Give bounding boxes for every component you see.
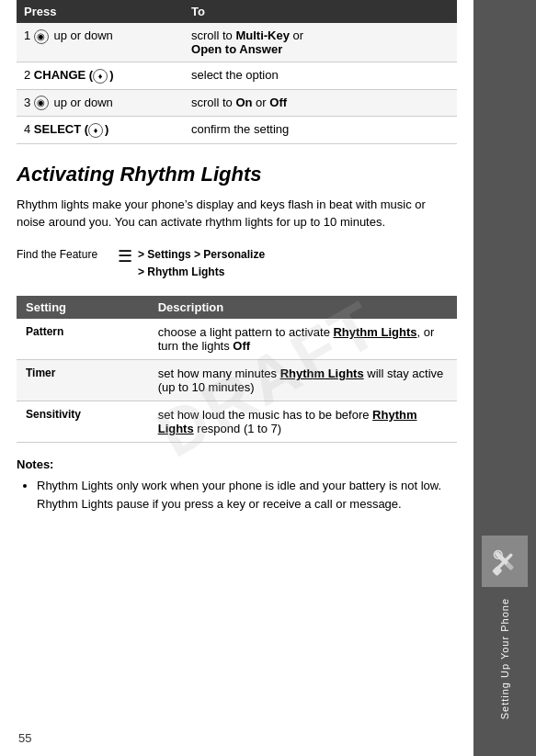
press-table: Press To 1 ◉ up or down scroll to Multi-… bbox=[17, 0, 457, 144]
list-item: Rhythm Lights only work when your phone … bbox=[37, 477, 457, 513]
on-bold: On bbox=[235, 96, 252, 109]
press-cell-1: 1 ◉ up or down bbox=[17, 23, 184, 62]
press-text-1: up or down bbox=[53, 28, 112, 42]
nav-icon-2: ♦ bbox=[93, 69, 108, 84]
to-col-header: To bbox=[184, 0, 457, 23]
rhythm-lights-highlight-2: Rhythm Lights bbox=[280, 367, 364, 380]
table-row: 4 SELECT (♦) confirm the setting bbox=[17, 117, 457, 144]
find-feature-row: Find the Feature ☰ > Settings > Personal… bbox=[17, 244, 457, 283]
menu-icon: ☰ bbox=[118, 246, 132, 266]
to-cell-2: select the option bbox=[184, 62, 457, 90]
setting-col-header: Setting bbox=[17, 296, 149, 319]
sidebar-icon-box bbox=[482, 536, 528, 587]
row-number: 1 bbox=[24, 28, 30, 42]
off-bold: Off bbox=[233, 339, 250, 353]
section-body: Rhythm lights make your phone’s display … bbox=[17, 196, 457, 231]
notes-list: Rhythm Lights only work when your phone … bbox=[37, 477, 457, 513]
desc-cell-timer: set how many minutes Rhythm Lights will … bbox=[149, 360, 457, 401]
row-number: 3 bbox=[24, 96, 30, 109]
wrench-icon bbox=[489, 546, 520, 577]
page-number: 55 bbox=[18, 731, 31, 745]
path-line-1: > Settings > Personalize bbox=[138, 248, 265, 261]
to-cell-1: scroll to Multi-Key or Open to Answer bbox=[184, 23, 457, 62]
setting-cell-pattern: Pattern bbox=[17, 319, 149, 360]
open-to-answer-bold: Open to Answer bbox=[191, 42, 282, 56]
table-row: 3 ◉ up or down scroll to On or Off bbox=[17, 89, 457, 117]
nav-icon-3: ◉ bbox=[34, 96, 49, 110]
press-text-3: up or down bbox=[53, 96, 112, 109]
row-number: 2 bbox=[24, 68, 30, 82]
off-bold: Off bbox=[269, 96, 287, 109]
section-heading: Activating Rhythm Lights bbox=[17, 163, 457, 186]
select-bold: SELECT ( bbox=[34, 122, 88, 136]
nav-icon-4: ♦ bbox=[88, 123, 103, 138]
change-bold: CHANGE ( bbox=[34, 68, 93, 82]
path-line-2: > Rhythm Lights bbox=[138, 265, 224, 278]
press-cell-3: 3 ◉ up or down bbox=[17, 89, 184, 117]
main-content: Press To 1 ◉ up or down scroll to Multi-… bbox=[0, 0, 473, 532]
sidebar-label: Setting Up Your Phone bbox=[499, 598, 510, 719]
to-cell-3: scroll to On or Off bbox=[184, 89, 457, 117]
table-row: Sensitivity set how loud the music has t… bbox=[17, 401, 457, 443]
rhythm-lights-highlight-3: Rhythm Lights bbox=[158, 408, 417, 435]
multi-key-bold: Multi-Key bbox=[235, 28, 290, 42]
to-cell-4: confirm the setting bbox=[184, 117, 457, 144]
table-row: 1 ◉ up or down scroll to Multi-Key or Op… bbox=[17, 23, 457, 62]
table-row: Timer set how many minutes Rhythm Lights… bbox=[17, 360, 457, 401]
press-cell-2: 2 CHANGE (♦) bbox=[17, 62, 184, 90]
table-row: 2 CHANGE (♦) select the option bbox=[17, 62, 457, 90]
notes-heading: Notes: bbox=[17, 457, 457, 471]
desc-cell-sensitivity: set how loud the music has to be before … bbox=[149, 401, 457, 443]
rhythm-lights-highlight: Rhythm Lights bbox=[333, 325, 416, 339]
find-feature-label: Find the Feature bbox=[17, 246, 118, 261]
press-cell-4: 4 SELECT (♦) bbox=[17, 117, 184, 144]
table-row: Pattern choose a light pattern to activa… bbox=[17, 319, 457, 360]
desc-cell-pattern: choose a light pattern to activate Rhyth… bbox=[149, 319, 457, 360]
settings-table: Setting Description Pattern choose a lig… bbox=[17, 296, 457, 443]
press-col-header: Press bbox=[17, 0, 184, 23]
right-sidebar: Setting Up Your Phone bbox=[473, 0, 536, 756]
find-feature-path: > Settings > Personalize > Rhythm Lights bbox=[138, 246, 265, 281]
nav-icon: ◉ bbox=[34, 29, 49, 44]
setting-cell-timer: Timer bbox=[17, 360, 149, 401]
row-number: 4 bbox=[24, 122, 30, 136]
setting-cell-sensitivity: Sensitivity bbox=[17, 401, 149, 443]
description-col-header: Description bbox=[149, 296, 457, 319]
